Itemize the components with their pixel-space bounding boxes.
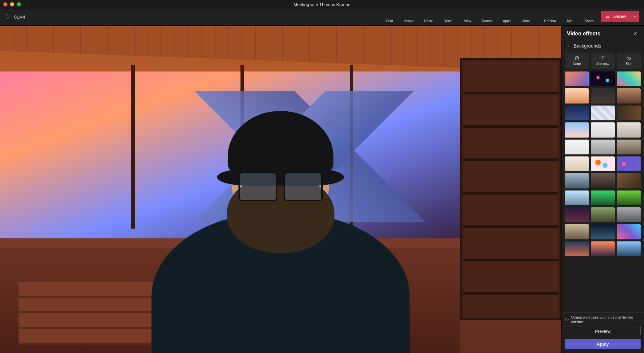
background-none-button[interactable]: None: [565, 53, 589, 69]
background-thumb-bokeh-dark[interactable]: [591, 71, 615, 86]
background-thumb-minecraft-snow[interactable]: [565, 190, 589, 205]
panel-back-button[interactable]: Backgrounds: [561, 40, 644, 53]
leave-label: Leave: [612, 14, 626, 19]
panel-close-button[interactable]: [632, 30, 639, 37]
mic-button[interactable]: Mic: [562, 11, 577, 23]
background-thumb-white-loft[interactable]: [565, 140, 589, 154]
background-blur-button[interactable]: Blur: [617, 53, 641, 69]
leave-main[interactable]: Leave: [601, 14, 630, 19]
rooms-button[interactable]: Rooms: [479, 11, 495, 23]
background-thumb-sky-gradient[interactable]: [565, 122, 589, 137]
svg-point-19: [630, 57, 630, 58]
background-thumb-cafe-corner[interactable]: [617, 173, 641, 188]
more-button[interactable]: More: [518, 11, 534, 23]
background-thumb-shop-window[interactable]: [617, 88, 641, 103]
window-zoom-icon[interactable]: [17, 2, 21, 6]
more-label: More: [522, 19, 530, 23]
background-thumb-white-room-window[interactable]: [591, 122, 615, 137]
people-label: People: [404, 19, 414, 23]
background-thumb-night-sky[interactable]: [565, 106, 589, 120]
background-thumb-glacier-lake[interactable]: [617, 241, 641, 256]
background-thumb-swirl-paint[interactable]: [617, 71, 641, 86]
window-minimize-icon[interactable]: [10, 2, 14, 6]
panel-title: Video effects: [567, 31, 600, 37]
background-thumb-sticky-notes[interactable]: [591, 106, 615, 120]
preview-button[interactable]: Preview: [565, 326, 641, 336]
window-titlebar: Meeting with Thomas Kraehe: [0, 0, 644, 9]
toolbar-divider: [538, 11, 538, 22]
background-thumb-gallery-bench[interactable]: [617, 122, 641, 137]
background-thumb-pixel-night[interactable]: [565, 207, 589, 222]
video-stage: [0, 26, 561, 353]
people-button[interactable]: People: [401, 11, 417, 23]
share-label: Share: [585, 19, 594, 23]
apps-button[interactable]: Apps: [499, 11, 514, 23]
apps-label: Apps: [503, 19, 511, 23]
add-new-label: Add new: [596, 62, 609, 66]
blur-icon: [626, 56, 632, 61]
toolbar-buttons-group: Chat People Raise React View: [382, 11, 639, 23]
rooms-label: Rooms: [482, 19, 492, 23]
window-close-icon[interactable]: [3, 2, 7, 6]
background-thumb-bookshelf-narrow[interactable]: [617, 106, 641, 120]
none-icon: [574, 56, 580, 61]
background-thumb-dim-bedroom[interactable]: [591, 88, 615, 103]
background-thumb-sunset-study[interactable]: [565, 71, 589, 86]
none-label: None: [573, 62, 581, 66]
react-label: React: [444, 19, 452, 23]
background-thumb-cream-room[interactable]: [565, 156, 589, 171]
background-thumb-grey-studio[interactable]: [591, 140, 615, 154]
preview-info-text: Others won't see your video while you pr…: [571, 315, 641, 323]
background-thumb-cozy-desk[interactable]: [565, 88, 589, 103]
panel-subtitle: Backgrounds: [574, 43, 601, 49]
leave-button[interactable]: Leave: [601, 11, 639, 22]
background-thumb-minecraft-jungle[interactable]: [591, 190, 615, 205]
blur-label: Blur: [626, 62, 632, 66]
background-thumb-planet-horizon[interactable]: [591, 224, 615, 239]
apply-button[interactable]: Apply: [565, 339, 641, 349]
info-icon: [565, 317, 569, 322]
background-thumb-bridge[interactable]: [565, 173, 589, 188]
background-thumb-pink-nebula[interactable]: [617, 224, 641, 239]
background-thumb-alley-arch[interactable]: [565, 224, 589, 239]
background-thumb-lounge[interactable]: [591, 173, 615, 188]
background-thumb-valley[interactable]: [591, 207, 615, 222]
leave-chevron[interactable]: [630, 11, 639, 22]
add-new-icon: [600, 56, 606, 61]
background-thumb-industrial-loft[interactable]: [617, 140, 641, 154]
view-label: View: [464, 19, 472, 23]
preview-label: Preview: [595, 329, 610, 334]
panel-scroll-area[interactable]: None Add new Blur: [561, 53, 644, 312]
background-thumb-stone-arch[interactable]: [617, 207, 641, 222]
camera-label: Camera: [544, 19, 556, 23]
hangup-icon: [605, 14, 610, 19]
raise-label: Raise: [424, 19, 433, 23]
view-button[interactable]: View: [460, 11, 475, 23]
background-thumb-minecraft-plains[interactable]: [617, 190, 641, 205]
background-thumb-coast-dusk[interactable]: [565, 241, 589, 256]
background-thumb-city-sunset[interactable]: [591, 241, 615, 256]
background-add-new-button[interactable]: Add new: [591, 53, 615, 69]
share-button[interactable]: Share: [581, 11, 597, 23]
chat-label: Chat: [386, 19, 393, 23]
self-video-avatar: [152, 98, 410, 353]
background-thumb-floating-shapes[interactable]: [617, 156, 641, 171]
svg-point-18: [627, 57, 629, 58]
shield-icon[interactable]: [5, 14, 10, 21]
react-button[interactable]: React: [440, 11, 456, 23]
apply-label: Apply: [597, 342, 609, 347]
video-effects-panel: Video effects Backgrounds None Add new: [561, 26, 644, 353]
background-thumb-balloons[interactable]: [591, 156, 615, 171]
svg-point-21: [630, 59, 630, 59]
raise-hand-button[interactable]: Raise: [421, 11, 436, 23]
chevron-left-icon: [566, 44, 570, 48]
window-title: Meeting with Thomas Kraehe: [0, 2, 644, 7]
chevron-down-icon: [633, 14, 637, 19]
mic-label: Mic: [567, 19, 573, 23]
background-grid: [565, 71, 641, 256]
close-icon: [633, 31, 638, 36]
chat-button[interactable]: Chat: [382, 11, 397, 23]
meeting-toolbar: 01:44 Chat People Raise React: [0, 9, 644, 26]
background-actions-row: None Add new Blur: [565, 53, 641, 69]
camera-button[interactable]: Camera: [542, 11, 558, 23]
